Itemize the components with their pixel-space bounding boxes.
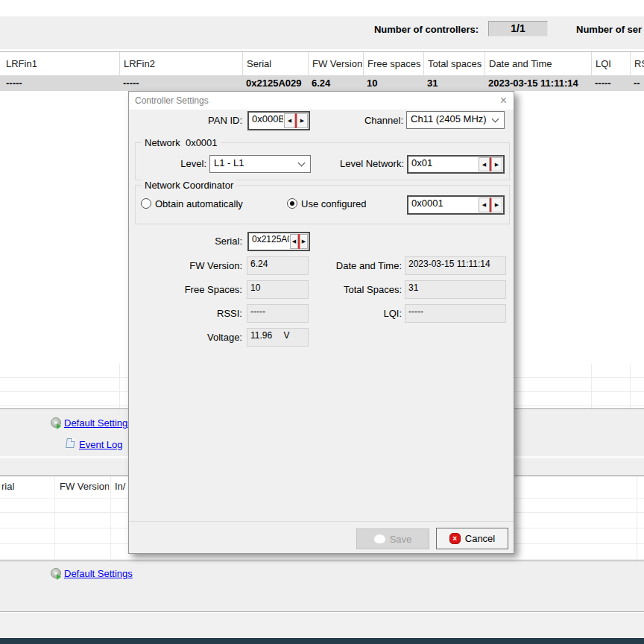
lqi-label: LQI: (312, 308, 402, 319)
fw-version-field: 6.24 (247, 256, 309, 275)
lqi-field: ----- (405, 304, 506, 323)
gridline (637, 476, 637, 561)
channel-select[interactable]: Ch11 (2405 MHz) (406, 111, 505, 129)
cancel-button[interactable]: × Cancel (436, 528, 508, 549)
channel-value: Ch11 (2405 MHz) (411, 113, 487, 124)
channel-label: Channel: (335, 115, 403, 126)
col-date-time[interactable]: Date and Time (484, 52, 591, 75)
gridline (54, 476, 55, 561)
spin-left-icon[interactable]: ◀ (479, 198, 490, 212)
top-status-bar: Number of controllers: 1/1 Number of ser (0, 16, 644, 49)
voltage-unit: V (283, 330, 289, 341)
date-time-label: Date and Time: (312, 260, 402, 271)
col-serial-partial[interactable]: rial (1, 476, 52, 497)
rssi-field: ----- (247, 304, 309, 323)
network-group-title: Network 0x0001 (142, 137, 221, 148)
cell-date-time: 2023-03-15 11:11:14 (484, 75, 591, 91)
cell-free-spaces: 10 (363, 75, 423, 91)
col-lrfin1[interactable]: LRFin1 (0, 52, 119, 75)
gridline (0, 559, 644, 560)
obtain-automatically-radio[interactable] (141, 198, 151, 209)
bottom-dark-bar (0, 638, 644, 644)
cell-lrfin2: ----- (119, 75, 242, 91)
date-time-field: 2023-03-15 11:11:14 (405, 256, 506, 275)
pan-id-value[interactable]: 0x000B (249, 113, 283, 129)
col-fw-version[interactable]: FW Version (308, 52, 363, 75)
level-network-value[interactable]: 0x01 (408, 157, 478, 172)
pan-id-label: PAN ID: (174, 115, 242, 126)
coordinator-spinner[interactable]: 0x0001 ◀ ▶ (407, 195, 505, 215)
controllers-count-label: Number of controllers: (335, 24, 479, 35)
fw-version-label: FW Version: (159, 260, 242, 271)
servers-count-label: Number of ser (576, 24, 642, 35)
free-spaces-label: Free Spaces: (159, 284, 242, 295)
use-configured-label[interactable]: Use configured (301, 198, 366, 209)
cell-fw-version: 6.24 (308, 75, 363, 91)
controller-settings-dialog: Controller Settings × PAN ID: 0x000B ◀ ▶… (128, 91, 514, 554)
cell-serial: 0x2125A029 (242, 75, 308, 91)
save-icon (374, 534, 385, 543)
serial-label: Serial: (159, 236, 242, 247)
free-spaces-field: 10 (247, 280, 309, 299)
col-fw-version-lower[interactable]: FW Version (60, 476, 109, 497)
col-lqi[interactable]: LQI (591, 52, 630, 75)
table-row[interactable]: ----- ----- 0x2125A029 6.24 10 31 2023-0… (0, 75, 644, 91)
close-icon[interactable]: × (500, 93, 507, 108)
default-settings-bottom-arrow-icon (57, 574, 61, 580)
total-spaces-label: Total Spaces: (312, 284, 402, 295)
spin-left-icon[interactable]: ◀ (290, 234, 298, 249)
gridline (110, 476, 111, 561)
status-strip (0, 613, 644, 638)
chevron-down-icon (492, 116, 499, 123)
col-free-spaces[interactable]: Free spaces (363, 52, 423, 75)
event-log-icon (66, 438, 75, 448)
spin-right-icon[interactable]: ▶ (300, 234, 308, 249)
col-rssi[interactable]: RS (630, 52, 644, 75)
use-configured-radio[interactable] (287, 198, 297, 209)
col-serial[interactable]: Serial (242, 52, 308, 75)
gridline (119, 364, 120, 408)
spin-left-icon[interactable]: ◀ (479, 157, 490, 171)
cancel-button-label: Cancel (465, 533, 495, 544)
spin-left-icon[interactable]: ◀ (284, 113, 295, 128)
app-window: Number of controllers: 1/1 Number of ser… (0, 0, 644, 644)
gridline (630, 364, 631, 408)
voltage-field: 11.96 V (247, 328, 309, 347)
cancel-icon: × (449, 533, 461, 544)
rssi-label: RSSI: (159, 308, 242, 319)
controllers-count-value: 1/1 (488, 21, 548, 37)
default-settings-bottom-link[interactable]: Default Settings (64, 568, 133, 579)
save-button[interactable]: Save (356, 528, 429, 549)
event-log-link[interactable]: Event Log (79, 439, 123, 450)
dialog-button-separator (129, 521, 514, 522)
level-network-spinner[interactable]: 0x01 ◀ ▶ (407, 155, 505, 174)
cell-lqi: ----- (591, 75, 630, 91)
total-spaces-field: 31 (405, 280, 506, 299)
controllers-table-header: LRFin1 LRFin2 Serial FW Version Free spa… (0, 52, 644, 75)
serial-spinner[interactable]: 0x2125A029 ◀ ▶ (247, 232, 310, 251)
default-settings-link[interactable]: Default Settings (64, 417, 133, 429)
obtain-automatically-label[interactable]: Obtain automatically (155, 198, 243, 209)
level-label: Level: (147, 158, 206, 169)
spin-right-icon[interactable]: ▶ (491, 198, 502, 212)
save-button-label: Save (390, 534, 412, 545)
level-network-label: Level Network: (315, 158, 404, 169)
pan-id-spinner[interactable]: 0x000B ◀ ▶ (247, 111, 310, 130)
gridline (591, 364, 592, 408)
spin-right-icon[interactable]: ▶ (491, 157, 502, 171)
servers-actions-panel: Default Settings (0, 561, 644, 611)
level-value: L1 - L1 (214, 157, 244, 168)
coordinator-group-title: Network Coordinator (142, 180, 236, 191)
col-lrfin2[interactable]: LRFin2 (119, 52, 242, 75)
col-total-spaces[interactable]: Total spaces (423, 52, 484, 75)
serial-value[interactable]: 0x2125A029 (249, 233, 289, 250)
dialog-title: Controller Settings (135, 95, 209, 106)
default-settings-arrow-icon (57, 423, 61, 429)
voltage-value: 11.96 (250, 330, 272, 341)
chevron-down-icon (298, 160, 306, 167)
cell-rssi: -- (630, 75, 644, 91)
level-select[interactable]: L1 - L1 (209, 155, 311, 173)
dialog-title-bar[interactable]: Controller Settings × (129, 92, 514, 110)
spin-right-icon[interactable]: ▶ (297, 113, 308, 128)
coordinator-value[interactable]: 0x0001 (408, 197, 478, 213)
